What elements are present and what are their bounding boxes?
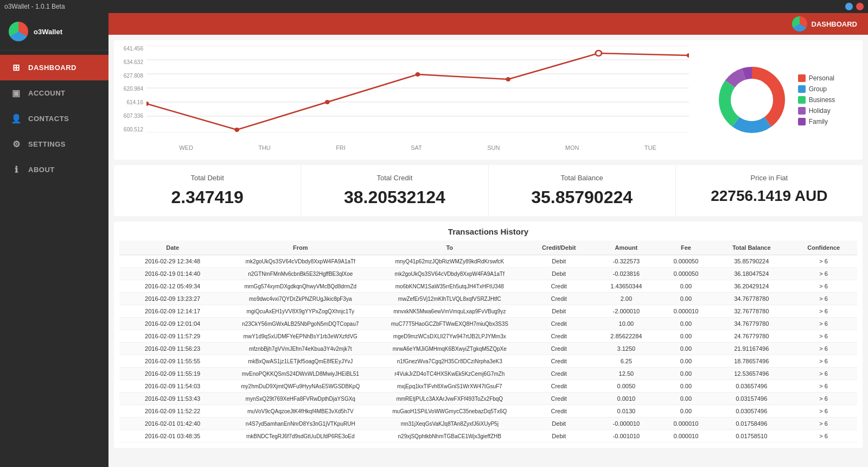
header-logo: DASHBOARD (792, 16, 858, 31)
svg-point-10 (416, 72, 420, 77)
col-total-balance: Total Balance (713, 241, 790, 255)
svg-point-9 (325, 100, 330, 104)
col-amount: Amount (593, 241, 659, 255)
main-content: DASHBOARD 641.456 634.632 627.808 620.98… (108, 13, 868, 467)
transactions-table: Date From To Credit/Debit Amount Fee Tot… (119, 241, 857, 443)
settings-icon: ⚙ (11, 139, 22, 149)
transactions-section: Transactions History Date From To Credit… (114, 222, 863, 448)
close-button[interactable] (856, 3, 864, 10)
table-row: 2016-02-01 01:42:40n4S7yd5amhanEnNnrD8Ys… (119, 418, 857, 430)
table-row: 2016-02-09 11:54:03my2hmDuD9XjmtQWFu9Hyy… (119, 380, 857, 393)
total-credit-value: 38.20532124 (307, 187, 482, 207)
col-confidence: Confidence (790, 241, 857, 255)
legend-dot-family (798, 118, 806, 125)
logo-icon (9, 22, 28, 41)
svg-point-19 (731, 79, 773, 121)
table-row: 2016-02-09 13:23:27mo9dwc4vxi7QYDrZkPNZR… (119, 293, 857, 305)
sidebar-item-label: DASHBOARD (28, 64, 76, 72)
app-title: o3Wallet - 1.0.1 Beta (4, 3, 65, 10)
header-title: DASHBOARD (812, 20, 858, 28)
header-logo-icon (792, 16, 807, 31)
price-fiat-label: Price in Fiat (681, 174, 857, 182)
sidebar-item-label: CONTACTS (28, 115, 69, 123)
y-axis-labels: 641.456 634.632 627.808 620.984 614.16 6… (119, 46, 146, 132)
col-fee: Fee (659, 241, 713, 255)
table-row: 2016-02-19 01:14:40n2GTNmFMnMv6cbnBk5E32… (119, 268, 857, 280)
sidebar-item-dashboard[interactable]: ⊞ DASHBOARD (0, 55, 108, 80)
sidebar-item-label: SETTINGS (28, 140, 66, 148)
legend-item-group: Group (798, 85, 835, 93)
col-credit-debit: Credit/Debit (524, 241, 593, 255)
legend-item-holiday: Holiday (798, 107, 835, 115)
about-icon: ℹ (11, 165, 22, 175)
contacts-icon: 👤 (11, 113, 22, 124)
table-row: 2016-02-09 11:52:22muVoV9cQAqzoeJtK4fHkq… (119, 405, 857, 418)
table-row: 2016-02-09 12:14:17mgiQcuAxEH1yVV8X9gYYP… (119, 305, 857, 318)
table-header: Date From To Credit/Debit Amount Fee Tot… (119, 241, 857, 255)
table-row: 2016-02-09 11:56:23mfznbBjh7gVVmJEfm74eK… (119, 343, 857, 355)
total-credit-label: Total Credit (307, 174, 482, 182)
table-row: 2016-02-09 11:55:19mvEnoPQKKQSmS24DWxWLD… (119, 368, 857, 380)
svg-point-11 (506, 77, 510, 81)
stat-price-fiat: Price in Fiat 22756.1419 AUD (676, 165, 863, 216)
legend-item-family: Family (798, 118, 835, 125)
donut-chart-container: Personal Group Business (694, 46, 857, 154)
col-from: From (226, 241, 375, 255)
info-button[interactable] (845, 3, 853, 10)
chart-row: 641.456 634.632 627.808 620.984 614.16 6… (114, 40, 863, 160)
col-date: Date (119, 241, 226, 255)
table-row: 2016-02-09 11:55:55mkBxQwAS1jz1LETjkf5oa… (119, 355, 857, 368)
table-header-row: Date From To Credit/Debit Amount Fee Tot… (119, 241, 857, 255)
window-controls (845, 3, 864, 10)
legend-dot-business (798, 96, 806, 104)
legend-dot-group (798, 85, 806, 93)
sidebar: o3Wallet ⊞ DASHBOARD ▣ ACCOUNT 👤 CONTACT… (0, 13, 108, 467)
legend-item-business: Business (798, 96, 835, 104)
table-row: 2016-02-12 05:49:34mrnGg574xymDXgdkqnQhw… (119, 280, 857, 293)
sidebar-item-account[interactable]: ▣ ACCOUNT (0, 80, 108, 106)
donut-legend: Personal Group Business (798, 74, 835, 125)
total-debit-value: 2.347419 (119, 187, 295, 207)
stat-total-debit: Total Debit 2.347419 (114, 165, 301, 216)
svg-point-12 (596, 51, 602, 56)
legend-dot-personal (798, 74, 806, 82)
table-row: 2016-02-29 12:34:48mk2goUkQs3SV64cVDbdy8… (119, 255, 857, 268)
svg-point-8 (234, 128, 239, 132)
table-row: 2016-02-09 12:01:04n23CkY56mGWxALB25NbPg… (119, 318, 857, 330)
sidebar-nav: ⊞ DASHBOARD ▣ ACCOUNT 👤 CONTACTS ⚙ SETTI… (0, 51, 108, 182)
donut-svg (717, 65, 787, 135)
stat-total-credit: Total Credit 38.20532124 (301, 165, 488, 216)
table-body: 2016-02-29 12:34:48mk2goUkQs3SV64cVDbdy8… (119, 255, 857, 443)
total-balance-label: Total Balance (494, 174, 670, 182)
dashboard-content: 641.456 634.632 627.808 620.984 614.16 6… (108, 35, 868, 467)
stats-row: Total Debit 2.347419 Total Credit 38.205… (114, 165, 863, 216)
account-icon: ▣ (11, 88, 22, 98)
stat-total-balance: Total Balance 35.85790224 (489, 165, 676, 216)
sidebar-item-about[interactable]: ℹ ABOUT (0, 157, 108, 182)
title-bar: o3Wallet - 1.0.1 Beta (0, 0, 868, 13)
app-container: o3Wallet ⊞ DASHBOARD ▣ ACCOUNT 👤 CONTACT… (0, 13, 868, 467)
line-chart: 641.456 634.632 627.808 620.984 614.16 6… (119, 46, 689, 154)
logo-text: o3Wallet (34, 28, 62, 36)
table-row: 2016-02-01 03:48:35mkBNDCTegRJ6f7d9sdGtU… (119, 430, 857, 443)
donut-and-legend: Personal Group Business (717, 65, 835, 135)
x-axis-labels: WED THU FRI SAT SUN MON TUE (119, 144, 689, 151)
sidebar-item-label: ACCOUNT (28, 89, 66, 97)
sidebar-item-contacts[interactable]: 👤 CONTACTS (0, 106, 108, 131)
top-header: DASHBOARD (108, 13, 868, 35)
dashboard-icon: ⊞ (11, 62, 22, 73)
transactions-title: Transactions History (119, 227, 857, 236)
svg-point-13 (687, 53, 689, 58)
table-row: 2016-02-09 11:53:43mynSxQ29t769XeHFa8FVR… (119, 393, 857, 405)
col-to: To (375, 241, 524, 255)
legend-dot-holiday (798, 107, 806, 115)
price-fiat-value: 22756.1419 AUD (681, 187, 857, 205)
sidebar-item-label: ABOUT (28, 166, 55, 174)
sidebar-logo: o3Wallet (0, 13, 108, 51)
table-row: 2016-02-09 11:57:29mwY1d9qSxUDMFYeEPNhBs… (119, 330, 857, 343)
total-balance-value: 35.85790224 (494, 187, 670, 207)
line-chart-svg (146, 46, 689, 132)
total-debit-label: Total Debit (119, 174, 295, 182)
legend-item-personal: Personal (798, 74, 835, 82)
sidebar-item-settings[interactable]: ⚙ SETTINGS (0, 131, 108, 157)
